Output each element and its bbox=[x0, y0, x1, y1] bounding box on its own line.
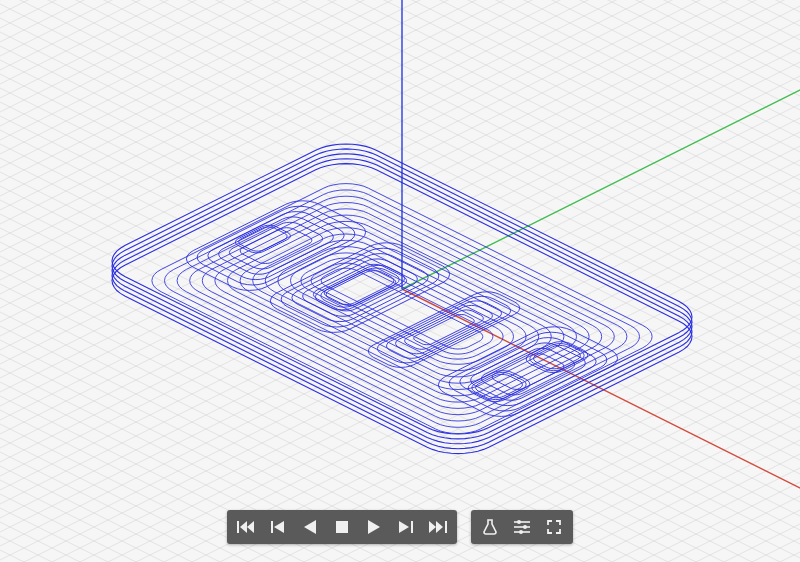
expand-button[interactable] bbox=[543, 516, 565, 538]
step-back-icon bbox=[271, 520, 285, 534]
svg-rect-9 bbox=[336, 521, 348, 533]
svg-point-21 bbox=[519, 530, 523, 534]
svg-marker-7 bbox=[274, 521, 284, 533]
svg-marker-11 bbox=[399, 521, 409, 533]
step-fwd-icon bbox=[399, 520, 413, 534]
svg-marker-5 bbox=[247, 521, 254, 533]
svg-point-19 bbox=[523, 525, 527, 529]
canvas[interactable] bbox=[0, 0, 800, 562]
svg-marker-4 bbox=[240, 521, 247, 533]
play-rev-icon bbox=[304, 520, 316, 534]
step-back-button[interactable] bbox=[267, 516, 289, 538]
svg-marker-8 bbox=[304, 520, 316, 534]
svg-rect-12 bbox=[411, 521, 413, 533]
stop-icon bbox=[336, 521, 348, 533]
svg-marker-13 bbox=[429, 521, 436, 533]
skip-back-full-icon bbox=[237, 520, 255, 534]
svg-point-17 bbox=[517, 520, 521, 524]
svg-marker-10 bbox=[368, 520, 380, 534]
svg-rect-15 bbox=[445, 521, 447, 533]
skip-end-button[interactable] bbox=[427, 516, 449, 538]
svg-rect-3 bbox=[237, 521, 239, 533]
transport-controls bbox=[227, 510, 457, 544]
skip-fwd-full-icon bbox=[429, 520, 447, 534]
expand-icon bbox=[547, 520, 561, 534]
simulate-button[interactable] bbox=[479, 516, 501, 538]
stop-button[interactable] bbox=[331, 516, 353, 538]
step-fwd-button[interactable] bbox=[395, 516, 417, 538]
settings-button[interactable] bbox=[511, 516, 533, 538]
play-button[interactable] bbox=[363, 516, 385, 538]
skip-start-button[interactable] bbox=[235, 516, 257, 538]
cnc-viewport[interactable] bbox=[0, 0, 800, 562]
play-rev-button[interactable] bbox=[299, 516, 321, 538]
svg-rect-6 bbox=[271, 521, 273, 533]
flask-icon bbox=[483, 519, 497, 535]
svg-marker-14 bbox=[436, 521, 443, 533]
play-icon bbox=[368, 520, 380, 534]
view-tools bbox=[471, 510, 573, 544]
sliders-icon bbox=[514, 520, 530, 534]
bottom-toolbar bbox=[227, 510, 573, 544]
